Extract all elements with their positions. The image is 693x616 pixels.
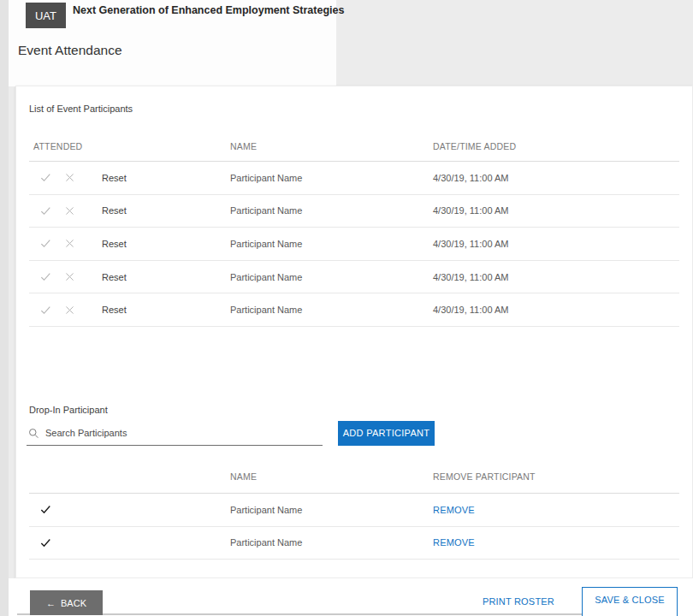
- back-button[interactable]: ← BACK: [30, 590, 103, 615]
- dropin-table-row: Participant Name REMOVE: [29, 494, 679, 527]
- x-icon[interactable]: [62, 270, 76, 284]
- back-button-label: BACK: [61, 598, 86, 608]
- attended-check-icon[interactable]: [38, 536, 52, 549]
- dropin-search-row: ADD PARTICIPANT: [27, 422, 682, 446]
- participant-search-field[interactable]: [27, 422, 323, 446]
- search-input[interactable]: [45, 428, 321, 438]
- add-participant-button[interactable]: ADD PARTICIPANT: [338, 421, 435, 446]
- participant-name: Participant Name: [230, 205, 433, 216]
- x-icon[interactable]: [62, 171, 76, 185]
- dropin-table-body: Participant Name REMOVE Participant Name…: [29, 494, 679, 560]
- column-header-date-added: DATE/TIME ADDED: [433, 141, 679, 151]
- print-roster-link[interactable]: PRINT ROSTER: [483, 596, 554, 607]
- participant-name: Participant Name: [230, 272, 433, 282]
- column-header-name: NAME: [230, 141, 433, 151]
- table-row: Reset Participant Name 4/30/19, 11:00 AM: [29, 293, 679, 327]
- table-row: Reset Participant Name 4/30/19, 11:00 AM: [29, 162, 679, 195]
- participants-table-header: ATTENDED NAME DATE/TIME ADDED: [29, 141, 679, 162]
- app-title: Next Generation of Enhanced Employment S…: [73, 4, 344, 16]
- dropin-table: NAME REMOVE PARTICIPANT Participant Name…: [29, 471, 679, 560]
- date-time-added: 4/30/19, 11:00 AM: [433, 205, 679, 216]
- dropin-column-spacer: [29, 471, 230, 482]
- dropin-section-title: Drop-In Participant: [29, 405, 692, 415]
- check-icon[interactable]: [38, 171, 52, 185]
- dropin-participant-name: Participant Name: [230, 537, 433, 548]
- column-header-dropin-name: NAME: [230, 471, 433, 482]
- table-row: Reset Participant Name 4/30/19, 11:00 AM: [29, 195, 679, 228]
- date-time-added: 4/30/19, 11:00 AM: [433, 272, 679, 282]
- back-arrow-icon: ←: [46, 598, 56, 608]
- remove-link[interactable]: REMOVE: [433, 505, 475, 515]
- check-icon[interactable]: [38, 204, 52, 217]
- check-icon[interactable]: [38, 237, 52, 251]
- date-time-added: 4/30/19, 11:00 AM: [433, 173, 679, 183]
- date-time-added: 4/30/19, 11:00 AM: [433, 305, 679, 315]
- participants-table: ATTENDED NAME DATE/TIME ADDED Reset Part…: [29, 141, 679, 327]
- remove-link[interactable]: REMOVE: [433, 537, 475, 548]
- reset-link[interactable]: Reset: [102, 173, 127, 183]
- participant-name: Participant Name: [230, 173, 433, 183]
- footer-divider: [17, 613, 676, 615]
- page-left-gutter: [0, 0, 9, 616]
- participants-section-title: List of Event Participants: [29, 104, 692, 114]
- participants-table-body: Reset Participant Name 4/30/19, 11:00 AM…: [29, 162, 679, 327]
- table-row: Reset Participant Name 4/30/19, 11:00 AM: [29, 228, 679, 261]
- attended-check-icon[interactable]: [38, 503, 52, 517]
- reset-link[interactable]: Reset: [102, 305, 127, 315]
- date-time-added: 4/30/19, 11:00 AM: [433, 239, 679, 249]
- column-header-remove-participant: REMOVE PARTICIPANT: [433, 471, 679, 482]
- x-icon[interactable]: [62, 303, 76, 317]
- dropin-table-header: NAME REMOVE PARTICIPANT: [29, 471, 679, 494]
- event-attendance-panel: List of Event Participants ATTENDED NAME…: [15, 86, 693, 578]
- reset-link[interactable]: Reset: [102, 272, 127, 282]
- environment-badge: UAT: [26, 3, 66, 28]
- page-title: Event Attendance: [18, 43, 122, 58]
- app-header: UAT Next Generation of Enhanced Employme…: [9, 0, 336, 86]
- column-header-attended: ATTENDED: [29, 141, 230, 151]
- environment-badge-label: UAT: [35, 9, 56, 22]
- reset-link[interactable]: Reset: [102, 205, 127, 216]
- participant-name: Participant Name: [230, 305, 433, 315]
- search-icon: [28, 428, 39, 439]
- reset-link[interactable]: Reset: [102, 239, 127, 249]
- dropin-table-row: Participant Name REMOVE: [29, 527, 679, 560]
- table-row: Reset Participant Name 4/30/19, 11:00 AM: [29, 261, 679, 294]
- x-icon[interactable]: [62, 204, 76, 217]
- check-icon[interactable]: [38, 270, 52, 284]
- dropin-participant-name: Participant Name: [230, 505, 433, 515]
- save-close-button[interactable]: SAVE & CLOSE: [582, 587, 678, 616]
- participant-name: Participant Name: [230, 239, 433, 249]
- footer-bar: ← BACK PRINT ROSTER SAVE & CLOSE: [9, 578, 693, 616]
- x-icon[interactable]: [62, 237, 76, 251]
- check-icon[interactable]: [38, 303, 52, 317]
